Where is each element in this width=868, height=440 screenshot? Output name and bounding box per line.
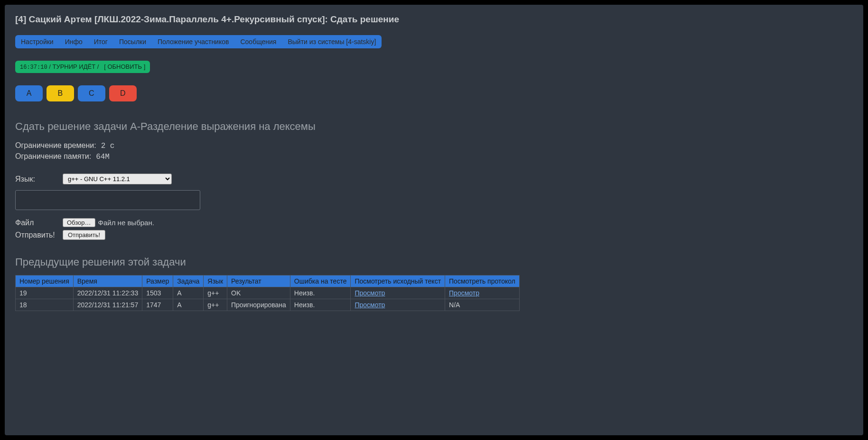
col-result: Результат xyxy=(227,275,290,287)
col-source: Посмотреть исходный текст xyxy=(351,275,445,287)
view-source-link[interactable]: Просмотр xyxy=(355,301,385,309)
table-row: 18 2022/12/31 11:21:57 1747 A g++ Проигн… xyxy=(16,299,520,311)
view-protocol-link[interactable]: Просмотр xyxy=(449,289,479,297)
cell-task: A xyxy=(173,299,204,311)
language-select[interactable]: g++ - GNU C++ 11.2.1 xyxy=(63,174,172,184)
lang-label: Язык: xyxy=(15,175,63,183)
problem-tab-d[interactable]: D xyxy=(109,85,137,101)
problem-tab-c[interactable]: C xyxy=(78,85,105,101)
cell-run-id: 19 xyxy=(16,287,74,299)
problem-tab-b[interactable]: B xyxy=(47,85,74,101)
cell-err: Неизв. xyxy=(290,287,351,299)
cell-err: Неизв. xyxy=(290,299,351,311)
view-source-link[interactable]: Просмотр xyxy=(355,289,385,297)
cell-lang: g++ xyxy=(204,287,227,299)
mem-limit-value: 64M xyxy=(96,153,110,161)
cell-result: OK xyxy=(227,287,290,299)
status-sep1: / xyxy=(49,63,51,70)
problem-tabs: A B C D xyxy=(15,85,853,101)
nav-info[interactable]: Инфо xyxy=(59,35,88,48)
status-time: 16:37:10 xyxy=(20,64,47,71)
nav-messages[interactable]: Сообщения xyxy=(234,35,282,48)
cell-lang: g++ xyxy=(204,299,227,311)
col-fail-test: Ошибка на тесте xyxy=(290,275,351,287)
page-title: [4] Сацкий Артем [ЛКШ.2022-Зима.Параллел… xyxy=(15,14,853,25)
contest-status[interactable]: 16:37:10 / ТУРНИР ИДЁТ / [ ОБНОВИТЬ ] xyxy=(15,61,150,73)
col-size: Размер xyxy=(142,275,173,287)
col-task: Задача xyxy=(173,275,204,287)
file-label: Файл xyxy=(15,219,63,227)
status-sep2: / xyxy=(97,63,99,70)
previous-runs-table: Номер решения Время Размер Задача Язык Р… xyxy=(15,275,520,311)
col-time: Время xyxy=(73,275,142,287)
cell-task: A xyxy=(173,287,204,299)
cell-size: 1503 xyxy=(142,287,173,299)
nav-settings[interactable]: Настройки xyxy=(15,35,59,48)
cell-run-id: 18 xyxy=(16,299,74,311)
cell-time: 2022/12/31 11:22:33 xyxy=(73,287,142,299)
problem-tab-a[interactable]: A xyxy=(15,85,43,101)
mem-limit-label: Ограничение памяти: xyxy=(15,152,91,161)
status-state: ТУРНИР ИДЁТ xyxy=(52,63,95,70)
submit-section-title: Сдать решение задачи A-Разделение выраже… xyxy=(15,120,853,133)
submit-button[interactable]: Отправить! xyxy=(63,230,105,240)
status-refresh[interactable]: [ ОБНОВИТЬ ] xyxy=(104,63,145,70)
limits: Ограничение времени: 2 с Ограничение пам… xyxy=(15,141,853,161)
table-header-row: Номер решения Время Размер Задача Язык Р… xyxy=(16,275,520,287)
cell-size: 1747 xyxy=(142,299,173,311)
cell-time: 2022/12/31 11:21:57 xyxy=(73,299,142,311)
file-status: Файл не выбран. xyxy=(98,219,154,227)
nav-result[interactable]: Итог xyxy=(88,35,113,48)
nav-submissions[interactable]: Посылки xyxy=(113,35,152,48)
nav-logout[interactable]: Выйти из системы [4-satskiy] xyxy=(282,35,382,48)
nav-standings[interactable]: Положение участников xyxy=(152,35,234,48)
cell-result: Проигнорирована xyxy=(227,299,290,311)
submit-label: Отправить! xyxy=(15,231,63,239)
col-run-id: Номер решения xyxy=(16,275,74,287)
table-row: 19 2022/12/31 11:22:33 1503 A g++ OK Неи… xyxy=(16,287,520,299)
time-limit-value: 2 с xyxy=(101,142,115,150)
file-browse-button[interactable]: Обзор… xyxy=(63,218,95,227)
col-protocol: Посмотреть протокол xyxy=(445,275,520,287)
main-nav: Настройки Инфо Итог Посылки Положение уч… xyxy=(15,35,382,48)
cell-protocol-na: N/A xyxy=(445,299,520,311)
previous-section-title: Предыдущие решения этой задачи xyxy=(15,256,853,268)
time-limit-label: Ограничение времени: xyxy=(15,141,96,150)
col-lang: Язык xyxy=(204,275,227,287)
code-textarea[interactable] xyxy=(15,190,200,210)
main-panel: [4] Сацкий Артем [ЛКШ.2022-Зима.Параллел… xyxy=(5,5,863,435)
